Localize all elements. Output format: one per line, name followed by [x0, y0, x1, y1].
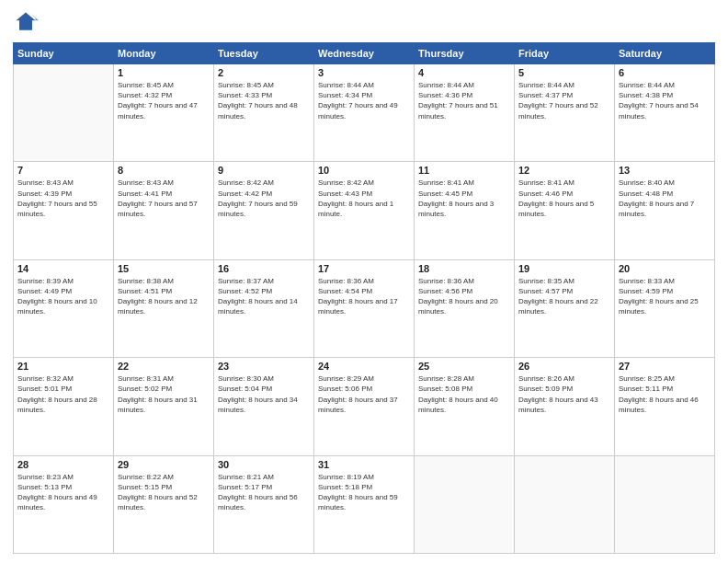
cell-info: Sunrise: 8:23 AMSunset: 5:13 PMDaylight:… [17, 472, 109, 513]
day-number: 15 [118, 263, 210, 274]
day-number: 16 [218, 263, 310, 274]
day-number: 10 [318, 165, 410, 176]
logo-icon [13, 9, 39, 35]
calendar-cell: 20Sunrise: 8:33 AMSunset: 4:59 PMDayligh… [615, 259, 715, 357]
day-number: 9 [218, 165, 310, 176]
header-row: SundayMondayTuesdayWednesdayThursdayFrid… [14, 43, 715, 64]
cell-info: Sunrise: 8:43 AMSunset: 4:41 PMDaylight:… [118, 178, 210, 219]
calendar-cell: 3Sunrise: 8:44 AMSunset: 4:34 PMDaylight… [314, 64, 415, 162]
cell-info: Sunrise: 8:43 AMSunset: 4:39 PMDaylight:… [17, 178, 109, 219]
weekday-header: Tuesday [214, 43, 314, 64]
cell-info: Sunrise: 8:41 AMSunset: 4:45 PMDaylight:… [418, 178, 510, 219]
cell-info: Sunrise: 8:40 AMSunset: 4:48 PMDaylight:… [619, 178, 711, 219]
calendar-cell [14, 64, 114, 162]
calendar-cell [615, 455, 715, 553]
day-number: 24 [318, 361, 410, 372]
calendar-cell: 7Sunrise: 8:43 AMSunset: 4:39 PMDaylight… [14, 162, 114, 259]
cell-info: Sunrise: 8:35 AMSunset: 4:57 PMDaylight:… [518, 276, 610, 317]
calendar-cell: 27Sunrise: 8:25 AMSunset: 5:11 PMDayligh… [615, 358, 715, 455]
calendar-cell: 13Sunrise: 8:40 AMSunset: 4:48 PMDayligh… [615, 162, 715, 259]
cell-info: Sunrise: 8:33 AMSunset: 4:59 PMDaylight:… [619, 276, 711, 317]
calendar-cell: 12Sunrise: 8:41 AMSunset: 4:46 PMDayligh… [515, 162, 615, 259]
cell-info: Sunrise: 8:44 AMSunset: 4:36 PMDaylight:… [418, 80, 510, 121]
calendar-cell: 5Sunrise: 8:44 AMSunset: 4:37 PMDaylight… [515, 64, 615, 162]
cell-info: Sunrise: 8:22 AMSunset: 5:15 PMDaylight:… [118, 472, 210, 513]
cell-info: Sunrise: 8:42 AMSunset: 4:42 PMDaylight:… [218, 178, 310, 219]
day-number: 12 [518, 165, 610, 176]
weekday-header: Saturday [615, 43, 715, 64]
calendar-cell: 31Sunrise: 8:19 AMSunset: 5:18 PMDayligh… [314, 455, 415, 553]
cell-info: Sunrise: 8:41 AMSunset: 4:46 PMDaylight:… [518, 178, 610, 219]
cell-info: Sunrise: 8:25 AMSunset: 5:11 PMDaylight:… [619, 373, 711, 415]
day-number: 13 [619, 165, 711, 176]
calendar-cell: 29Sunrise: 8:22 AMSunset: 5:15 PMDayligh… [114, 455, 214, 553]
day-number: 5 [518, 67, 610, 78]
weekday-header: Wednesday [314, 43, 415, 64]
calendar-cell: 23Sunrise: 8:30 AMSunset: 5:04 PMDayligh… [214, 358, 314, 455]
day-number: 25 [418, 361, 510, 372]
cell-info: Sunrise: 8:32 AMSunset: 5:01 PMDaylight:… [17, 373, 109, 415]
cell-info: Sunrise: 8:37 AMSunset: 4:52 PMDaylight:… [218, 276, 310, 317]
day-number: 17 [318, 263, 410, 274]
weekday-header: Monday [114, 43, 214, 64]
calendar-cell: 9Sunrise: 8:42 AMSunset: 4:42 PMDaylight… [214, 162, 314, 259]
day-number: 11 [418, 165, 510, 176]
day-number: 23 [218, 361, 310, 372]
weekday-header: Thursday [415, 43, 515, 64]
cell-info: Sunrise: 8:45 AMSunset: 4:32 PMDaylight:… [118, 80, 210, 121]
calendar-cell: 17Sunrise: 8:36 AMSunset: 4:54 PMDayligh… [314, 259, 415, 357]
calendar-cell [515, 455, 615, 553]
day-number: 8 [118, 165, 210, 176]
cell-info: Sunrise: 8:30 AMSunset: 5:04 PMDaylight:… [218, 373, 310, 415]
calendar-cell: 25Sunrise: 8:28 AMSunset: 5:08 PMDayligh… [415, 358, 515, 455]
cell-info: Sunrise: 8:45 AMSunset: 4:33 PMDaylight:… [218, 80, 310, 121]
calendar-cell: 19Sunrise: 8:35 AMSunset: 4:57 PMDayligh… [515, 259, 615, 357]
day-number: 14 [17, 263, 109, 274]
day-number: 29 [118, 459, 210, 470]
day-number: 21 [17, 361, 109, 372]
cell-info: Sunrise: 8:39 AMSunset: 4:49 PMDaylight:… [17, 276, 109, 317]
weekday-header: Sunday [14, 43, 114, 64]
cell-info: Sunrise: 8:28 AMSunset: 5:08 PMDaylight:… [418, 373, 510, 415]
calendar-cell: 21Sunrise: 8:32 AMSunset: 5:01 PMDayligh… [14, 358, 114, 455]
day-number: 3 [318, 67, 410, 78]
week-row: 21Sunrise: 8:32 AMSunset: 5:01 PMDayligh… [14, 358, 715, 455]
cell-info: Sunrise: 8:36 AMSunset: 4:56 PMDaylight:… [418, 276, 510, 317]
calendar-cell: 4Sunrise: 8:44 AMSunset: 4:36 PMDaylight… [415, 64, 515, 162]
day-number: 1 [118, 67, 210, 78]
cell-info: Sunrise: 8:42 AMSunset: 4:43 PMDaylight:… [318, 178, 410, 219]
day-number: 26 [518, 361, 610, 372]
day-number: 6 [619, 67, 711, 78]
day-number: 2 [218, 67, 310, 78]
day-number: 20 [619, 263, 711, 274]
day-number: 30 [218, 459, 310, 470]
week-row: 7Sunrise: 8:43 AMSunset: 4:39 PMDaylight… [14, 162, 715, 259]
day-number: 7 [17, 165, 109, 176]
calendar-cell: 11Sunrise: 8:41 AMSunset: 4:45 PMDayligh… [415, 162, 515, 259]
cell-info: Sunrise: 8:44 AMSunset: 4:34 PMDaylight:… [318, 80, 410, 121]
calendar-cell: 2Sunrise: 8:45 AMSunset: 4:33 PMDaylight… [214, 64, 314, 162]
calendar-cell: 1Sunrise: 8:45 AMSunset: 4:32 PMDaylight… [114, 64, 214, 162]
calendar-cell: 8Sunrise: 8:43 AMSunset: 4:41 PMDaylight… [114, 162, 214, 259]
calendar-cell [415, 455, 515, 553]
calendar-cell: 10Sunrise: 8:42 AMSunset: 4:43 PMDayligh… [314, 162, 415, 259]
calendar-cell: 26Sunrise: 8:26 AMSunset: 5:09 PMDayligh… [515, 358, 615, 455]
calendar-cell: 15Sunrise: 8:38 AMSunset: 4:51 PMDayligh… [114, 259, 214, 357]
cell-info: Sunrise: 8:31 AMSunset: 5:02 PMDaylight:… [118, 373, 210, 415]
cell-info: Sunrise: 8:36 AMSunset: 4:54 PMDaylight:… [318, 276, 410, 317]
calendar-cell: 16Sunrise: 8:37 AMSunset: 4:52 PMDayligh… [214, 259, 314, 357]
calendar-cell: 30Sunrise: 8:21 AMSunset: 5:17 PMDayligh… [214, 455, 314, 553]
day-number: 31 [318, 459, 410, 470]
week-row: 14Sunrise: 8:39 AMSunset: 4:49 PMDayligh… [14, 259, 715, 357]
day-number: 19 [518, 263, 610, 274]
cell-info: Sunrise: 8:44 AMSunset: 4:37 PMDaylight:… [518, 80, 610, 121]
page: SundayMondayTuesdayWednesdayThursdayFrid… [0, 0, 728, 563]
weekday-header: Friday [515, 43, 615, 64]
calendar-cell: 14Sunrise: 8:39 AMSunset: 4:49 PMDayligh… [14, 259, 114, 357]
cell-info: Sunrise: 8:19 AMSunset: 5:18 PMDaylight:… [318, 472, 410, 513]
day-number: 22 [118, 361, 210, 372]
calendar-cell: 24Sunrise: 8:29 AMSunset: 5:06 PMDayligh… [314, 358, 415, 455]
calendar-cell: 22Sunrise: 8:31 AMSunset: 5:02 PMDayligh… [114, 358, 214, 455]
cell-info: Sunrise: 8:44 AMSunset: 4:38 PMDaylight:… [619, 80, 711, 121]
day-number: 18 [418, 263, 510, 274]
